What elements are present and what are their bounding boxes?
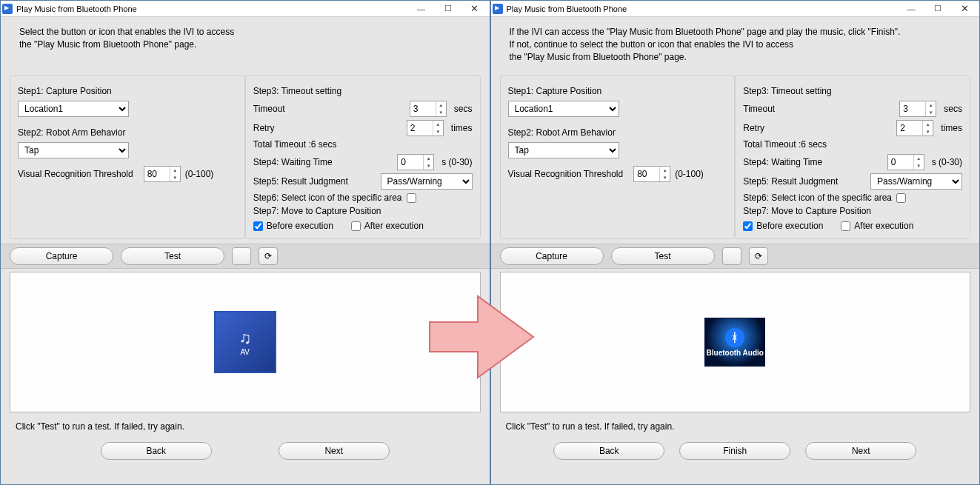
retry-label: Retry: [253, 123, 298, 133]
thumb-label: AV: [240, 348, 250, 356]
left-panel: Step1: Capture Position Location1 Step2:…: [500, 75, 736, 239]
app-icon: [2, 4, 13, 14]
capture-button[interactable]: Capture: [10, 247, 113, 265]
minimize-button[interactable]: —: [898, 1, 924, 16]
step7-label: Step7: Move to Capture Position: [253, 206, 473, 216]
window-title: Play Music from Bluetooth Phone: [507, 4, 899, 13]
total-timeout-label: Total Timeout :6 secs: [743, 139, 962, 150]
step1-label: Step1: Capture Position: [508, 86, 727, 96]
step4-label: Step4: Waiting Time: [743, 157, 822, 167]
step6-label: Step6: Select icon of the specific area: [253, 193, 402, 203]
timeout-unit: secs: [944, 104, 962, 114]
judgment-select[interactable]: Pass/Warning: [381, 173, 473, 190]
maximize-button[interactable]: ☐: [924, 1, 951, 16]
hint-text: Click "Test" to run a test. If failed, t…: [491, 415, 980, 438]
before-checkbox[interactable]: [743, 221, 753, 231]
retry-unit: times: [451, 123, 473, 133]
before-checkbox[interactable]: [253, 221, 263, 231]
timeout-spinner[interactable]: ▲▼: [410, 101, 447, 117]
preview-thumb-bluetooth[interactable]: ᚼ Bluetooth Audio: [704, 318, 765, 367]
footer: Back Finish Next: [491, 438, 980, 467]
vrt-label: Visual Recognition Threshold: [508, 169, 624, 179]
after-label: After execution: [854, 221, 913, 231]
preview-canvas: ᚼ Bluetooth Audio: [500, 272, 971, 412]
back-button[interactable]: Back: [101, 442, 212, 460]
thumb-label: Bluetooth Audio: [707, 349, 764, 357]
titlebar: Play Music from Bluetooth Phone — ☐ ✕: [491, 1, 980, 17]
square-button[interactable]: [722, 247, 741, 265]
after-label: After execution: [364, 221, 424, 231]
back-button[interactable]: Back: [553, 442, 664, 460]
wait-spinner[interactable]: ▲▼: [397, 154, 434, 170]
next-button[interactable]: Next: [805, 442, 916, 460]
preview-thumb-av[interactable]: ♫ AV: [214, 311, 276, 373]
square-button[interactable]: [232, 247, 251, 265]
vrt-label: Visual Recognition Threshold: [18, 169, 133, 179]
test-button[interactable]: Test: [121, 247, 224, 265]
before-label: Before execution: [756, 221, 823, 231]
refresh-button[interactable]: ⟳: [259, 247, 278, 265]
behavior-select[interactable]: Tap: [508, 142, 619, 158]
vrt-spinner[interactable]: ▲▼: [633, 166, 670, 182]
vrt-spinner[interactable]: ▲▼: [144, 166, 181, 182]
after-checkbox[interactable]: [351, 221, 361, 231]
step6-checkbox[interactable]: [896, 193, 906, 203]
judgment-select[interactable]: Pass/Warning: [870, 173, 962, 190]
after-checkbox[interactable]: [841, 221, 850, 231]
maximize-button[interactable]: ☐: [435, 1, 461, 16]
footer: Back Next: [1, 438, 490, 467]
music-note-icon: ♫: [239, 329, 252, 348]
instruction-text: Select the button or icon that enables t…: [1, 17, 490, 75]
minimize-button[interactable]: —: [408, 1, 435, 16]
left-panel: Step1: Capture Position Location1 Step2:…: [10, 75, 245, 239]
step7-label: Step7: Move to Capture Position: [743, 206, 962, 216]
right-panel: Step3: Timeout setting Timeout ▲▼ secs R…: [245, 75, 481, 239]
retry-label: Retry: [743, 123, 787, 133]
button-bar: Capture Test ⟳: [1, 244, 490, 269]
test-button[interactable]: Test: [611, 247, 715, 265]
step2-label: Step2: Robot Arm Behavior: [18, 127, 237, 138]
instruction-text: If the IVI can access the "Play Music fr…: [491, 17, 980, 75]
before-label: Before execution: [267, 221, 333, 231]
step6-label: Step6: Select icon of the specific area: [743, 193, 892, 203]
retry-spinner[interactable]: ▲▼: [896, 120, 933, 136]
refresh-icon: ⟳: [755, 248, 762, 264]
wait-unit: s (0-30): [932, 157, 962, 167]
bluetooth-icon: ᚼ: [725, 328, 744, 347]
timeout-label: Timeout: [253, 104, 298, 114]
timeout-label: Timeout: [743, 104, 787, 114]
button-bar: Capture Test ⟳: [491, 244, 980, 269]
step2-label: Step2: Robot Arm Behavior: [508, 127, 727, 138]
total-timeout-label: Total Timeout :6 secs: [253, 139, 473, 150]
right-panel: Step3: Timeout setting Timeout ▲▼ secs R…: [735, 75, 970, 239]
window-left: Play Music from Bluetooth Phone — ☐ ✕ Se…: [0, 0, 490, 485]
close-button[interactable]: ✕: [951, 1, 978, 16]
hint-text: Click "Test" to run a test. If failed, t…: [1, 415, 490, 438]
window-title: Play Music from Bluetooth Phone: [16, 4, 408, 13]
location-select[interactable]: Location1: [18, 101, 129, 117]
window-right: Play Music from Bluetooth Phone — ☐ ✕ If…: [490, 0, 981, 485]
app-icon: [493, 4, 503, 14]
step6-checkbox[interactable]: [407, 193, 416, 203]
refresh-button[interactable]: ⟳: [749, 247, 768, 265]
finish-button[interactable]: Finish: [679, 442, 790, 460]
wait-spinner[interactable]: ▲▼: [887, 154, 924, 170]
timeout-unit: secs: [454, 104, 473, 114]
capture-button[interactable]: Capture: [500, 247, 604, 265]
retry-unit: times: [941, 123, 962, 133]
location-select[interactable]: Location1: [508, 101, 619, 117]
vrt-range: (0-100): [185, 169, 214, 179]
step5-label: Step5: Result Judgment: [253, 176, 348, 187]
retry-spinner[interactable]: ▲▼: [407, 120, 444, 136]
step3-label: Step3: Timeout setting: [253, 86, 473, 96]
preview-canvas: ♫ AV: [10, 272, 481, 412]
step5-label: Step5: Result Judgment: [743, 176, 838, 187]
refresh-icon: ⟳: [264, 248, 272, 264]
step3-label: Step3: Timeout setting: [743, 86, 962, 96]
timeout-spinner[interactable]: ▲▼: [899, 101, 936, 117]
titlebar: Play Music from Bluetooth Phone — ☐ ✕: [1, 1, 490, 17]
close-button[interactable]: ✕: [461, 1, 488, 16]
next-button[interactable]: Next: [279, 442, 390, 460]
vrt-range: (0-100): [675, 169, 704, 179]
behavior-select[interactable]: Tap: [18, 142, 129, 158]
